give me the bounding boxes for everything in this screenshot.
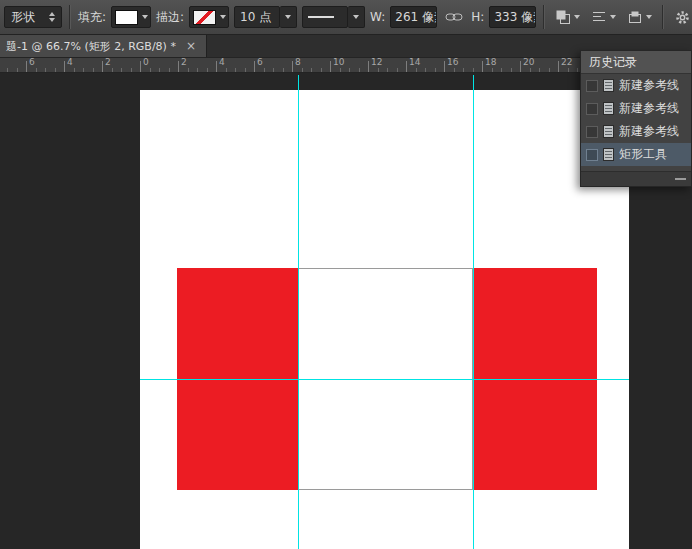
path-operations-button[interactable]: [552, 7, 583, 27]
ruler-number: 22: [561, 57, 572, 67]
ruler-tick: [321, 68, 322, 72]
chevron-down-icon: [220, 15, 226, 19]
ruler-tick: [349, 68, 350, 72]
link-dimensions-button[interactable]: [442, 10, 466, 24]
ruler-tick: [254, 61, 255, 72]
history-state-icon: [603, 79, 614, 92]
tool-mode-label: 形状: [11, 9, 35, 26]
tab-close-button[interactable]: ×: [186, 40, 196, 52]
ruler-tick: [264, 68, 265, 72]
stroke-type-field[interactable]: [302, 6, 348, 28]
fill-color-button[interactable]: [111, 6, 151, 28]
ruler-tick: [397, 68, 398, 72]
ruler-tick: [549, 68, 550, 72]
chevron-down-icon: [646, 15, 652, 19]
history-source-well[interactable]: [586, 103, 598, 115]
height-value: 333 像素: [494, 9, 536, 26]
link-icon: [445, 12, 463, 22]
ruler-tick: [235, 68, 236, 72]
document-tab[interactable]: 题-1 @ 66.7% (矩形 2, RGB/8) * ×: [0, 35, 207, 57]
ruler-number: 18: [485, 57, 496, 67]
stroke-color-button[interactable]: [189, 6, 229, 28]
ruler-tick: [74, 68, 75, 72]
ruler-number: 6: [29, 57, 35, 67]
stroke-width-field[interactable]: 10 点: [234, 6, 280, 28]
ruler-tick: [492, 68, 493, 72]
ruler-tick: [55, 68, 56, 72]
photoshop-window: 形状 填充: 描边: 10 点: [0, 0, 692, 549]
resize-grip[interactable]: [675, 178, 686, 180]
path-alignment-button[interactable]: [588, 7, 619, 27]
vertical-guide[interactable]: [473, 75, 474, 549]
stroke-label: 描边:: [156, 9, 184, 26]
gear-icon: [674, 9, 691, 26]
history-item[interactable]: 新建参考线: [581, 74, 691, 97]
history-item[interactable]: 矩形工具: [581, 143, 691, 166]
history-state-icon: [603, 125, 614, 138]
history-source-well[interactable]: [586, 80, 598, 92]
ruler-tick: [435, 68, 436, 72]
width-input[interactable]: 261 像素: [390, 6, 437, 28]
ruler-tick: [216, 61, 217, 72]
tool-mode-select[interactable]: 形状: [4, 6, 62, 28]
path-arrangement-button[interactable]: [624, 7, 655, 27]
ruler-tick: [159, 68, 160, 72]
history-panel-header[interactable]: 历史记录: [581, 51, 691, 74]
ruler-number: 14: [409, 57, 420, 67]
history-source-well[interactable]: [586, 149, 598, 161]
separator: [543, 5, 545, 29]
ruler-tick: [83, 68, 84, 72]
chevron-down-icon: [142, 15, 148, 19]
ruler-tick: [131, 68, 132, 72]
history-state-icon: [603, 148, 614, 161]
history-item[interactable]: 新建参考线: [581, 97, 691, 120]
ruler-tick: [378, 68, 379, 72]
ruler-tick: [454, 68, 455, 72]
ruler-tick: [539, 68, 540, 72]
ruler-tick: [511, 68, 512, 72]
stroke-width-dropdown-button[interactable]: [280, 6, 297, 28]
history-source-well[interactable]: [586, 126, 598, 138]
ruler-tick: [482, 61, 483, 72]
chevron-down-icon: [353, 15, 359, 19]
history-state-icon: [603, 102, 614, 115]
options-bar: 形状 填充: 描边: 10 点: [0, 0, 692, 35]
ruler-tick: [501, 68, 502, 72]
ruler-tick: [197, 68, 198, 72]
ruler-tick: [292, 61, 293, 72]
stroke-none-swatch: [193, 10, 216, 25]
chevron-down-icon: [285, 15, 291, 19]
stroke-type-dropdown-button[interactable]: [348, 6, 365, 28]
ruler-tick: [387, 68, 388, 72]
ruler-tick: [178, 61, 179, 72]
ruler-number: 4: [67, 57, 73, 67]
history-panel: 历史记录 新建参考线 新建参考线 新建参考线 矩形工具: [580, 50, 692, 187]
history-list: 新建参考线 新建参考线 新建参考线 矩形工具: [581, 74, 691, 171]
separator: [662, 5, 664, 29]
history-panel-title: 历史记录: [589, 54, 637, 71]
chevron-down-icon: [610, 15, 616, 19]
ruler-number: 20: [523, 57, 534, 67]
ruler-tick: [169, 68, 170, 72]
history-item[interactable]: 新建参考线: [581, 120, 691, 143]
ruler-tick: [568, 68, 569, 72]
history-item-label: 新建参考线: [619, 100, 679, 117]
ruler-tick: [283, 68, 284, 72]
ruler-number: 6: [257, 57, 263, 67]
path-alignment-icon: [591, 9, 607, 25]
ruler-number: 12: [371, 57, 382, 67]
ruler-tick: [36, 68, 37, 72]
horizontal-guide[interactable]: [140, 379, 629, 380]
ruler-tick: [444, 61, 445, 72]
history-panel-bottom-bar: [581, 171, 691, 186]
fill-swatch: [115, 10, 138, 25]
ruler-tick: [102, 61, 103, 72]
ruler-tick: [530, 68, 531, 72]
ruler-tick: [311, 68, 312, 72]
vertical-guide[interactable]: [298, 75, 299, 549]
ruler-tick: [93, 68, 94, 72]
height-input[interactable]: 333 像素: [489, 6, 536, 28]
ruler-number: 8: [295, 57, 301, 67]
shape-settings-button[interactable]: [671, 7, 692, 28]
ruler-tick: [121, 68, 122, 72]
